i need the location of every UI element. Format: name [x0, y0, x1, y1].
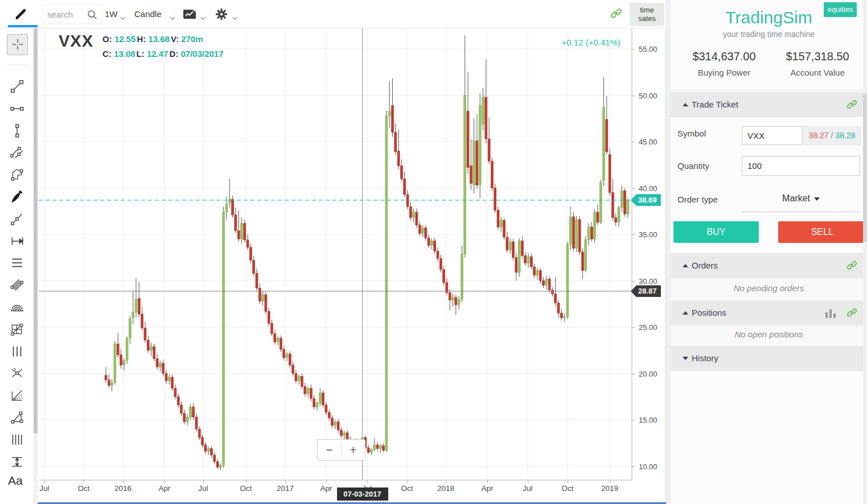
candle	[485, 59, 487, 143]
section-header-orders[interactable]: Orders	[671, 253, 867, 278]
candle	[422, 225, 424, 237]
candle	[132, 291, 134, 324]
x-axis-label: 2016	[106, 484, 140, 493]
order-type-dropdown[interactable]: Market	[742, 193, 860, 204]
trend-line-tool-icon[interactable]	[10, 79, 24, 94]
bar-chart-icon[interactable]	[825, 308, 836, 320]
candle	[325, 402, 327, 415]
toolbar-scrollbar[interactable]	[34, 28, 38, 504]
brush-tool-icon[interactable]	[10, 189, 24, 204]
low-label: L:	[137, 49, 145, 59]
chevron-down-icon[interactable]	[200, 13, 206, 23]
brand-title: TradingSim	[671, 8, 867, 27]
y-axis-label: 45.00	[639, 138, 658, 146]
x-axis-tick	[610, 480, 610, 483]
y-axis-tick	[632, 142, 635, 142]
ray-tool-icon[interactable]	[10, 212, 24, 226]
section-header-positions[interactable]: Positions	[671, 300, 867, 325]
search-icon[interactable]	[87, 9, 98, 23]
panel-scrollbar-thumb[interactable]	[863, 94, 867, 242]
text-tool[interactable]: Aa	[8, 474, 23, 488]
candle	[479, 93, 481, 198]
candle	[292, 361, 294, 376]
draw-pencil-icon[interactable]	[8, 5, 38, 27]
low-value: 12.47	[147, 49, 169, 59]
candle	[286, 352, 288, 361]
candle	[216, 458, 219, 469]
candle	[198, 426, 200, 440]
link-icon[interactable]	[611, 8, 622, 21]
candle	[174, 385, 176, 399]
time-sales-label-line1: time	[640, 6, 654, 14]
positions-empty-message: No open positions	[671, 325, 867, 339]
vertical-line-tool-icon[interactable]	[10, 123, 24, 138]
symbol-input[interactable]	[742, 126, 803, 145]
chevron-down-icon[interactable]	[232, 13, 238, 23]
candle	[165, 370, 167, 383]
link-icon[interactable]	[847, 100, 857, 111]
settings-gear-icon[interactable]	[215, 7, 228, 23]
fib-retracement-tool-icon[interactable]	[10, 255, 24, 270]
sell-button[interactable]: SELL	[778, 221, 866, 243]
candle	[144, 321, 146, 342]
y-axis-label: 40.00	[639, 184, 658, 193]
zoom-in-button[interactable]: +	[342, 440, 365, 460]
search-input[interactable]	[47, 5, 87, 23]
expand-triangle-icon	[683, 357, 688, 360]
quantity-input[interactable]	[742, 156, 860, 176]
gann-box-tool-icon[interactable]	[10, 322, 24, 337]
candle	[594, 209, 596, 243]
candle	[186, 414, 188, 425]
vertical-lines-tool-icon[interactable]	[10, 344, 24, 359]
toolbar-scrollbar-thumb[interactable]	[34, 28, 38, 433]
channel-tool-icon[interactable]	[10, 278, 24, 292]
horizontal-ray-tool-icon[interactable]	[10, 234, 24, 249]
parallel-lines-tool-icon[interactable]	[10, 145, 24, 160]
y-axis-tick	[632, 49, 635, 49]
section-title: Positions	[692, 308, 726, 317]
timeframe-selector[interactable]: 1W	[105, 9, 118, 19]
section-header-trade-ticket[interactable]: Trade Ticket	[671, 92, 867, 117]
time-sales-button[interactable]: time sales	[630, 3, 664, 26]
chevron-down-icon[interactable]	[170, 13, 175, 23]
bid-ask-quote: 38.27 / 38.28	[803, 126, 861, 145]
high-value: 13.68	[148, 34, 170, 44]
chart-style-selector[interactable]: Candle	[134, 9, 162, 19]
chevron-down-icon[interactable]	[120, 13, 126, 23]
x-axis-label: 2019	[593, 484, 627, 493]
candle	[430, 238, 433, 250]
polygon-tool-icon[interactable]	[10, 167, 24, 182]
horizontal-line-tool-icon[interactable]	[10, 101, 24, 116]
section-header-history[interactable]: History	[671, 346, 867, 371]
candle	[177, 393, 179, 408]
link-icon[interactable]	[847, 308, 857, 320]
candle	[117, 333, 119, 358]
x-axis-label: Oct	[67, 484, 101, 493]
candle	[180, 401, 183, 416]
link-icon[interactable]	[847, 261, 857, 272]
pitchfork-tool-icon[interactable]	[10, 366, 24, 381]
candle	[237, 210, 240, 242]
collapse-triangle-icon	[683, 103, 688, 106]
studies-chart-icon[interactable]	[182, 7, 197, 23]
candlestick-chart	[0, 0, 666, 504]
fib-fan-tool-icon[interactable]	[10, 388, 24, 403]
tick-lines-tool-icon[interactable]	[10, 432, 24, 447]
fib-arcs-tool-icon[interactable]	[10, 300, 24, 315]
triangle-tool-icon[interactable]	[10, 410, 24, 425]
crosshair-tool-button[interactable]	[7, 34, 28, 55]
candle	[108, 374, 110, 388]
price-range-tool-icon[interactable]	[10, 455, 24, 469]
x-axis-tick	[285, 480, 286, 483]
bid-price: 38.27	[809, 131, 829, 140]
buy-button[interactable]: BUY	[673, 221, 759, 243]
volume-value: 270m	[181, 34, 203, 44]
x-axis-label: Oct	[550, 484, 585, 493]
open-value: 12.55	[114, 34, 136, 44]
y-axis-tick	[632, 466, 635, 467]
buying-power-label: Buying Power	[675, 68, 773, 77]
zoom-out-button[interactable]: −	[318, 440, 341, 460]
panel-scrollbar[interactable]	[863, 0, 867, 504]
candle	[283, 346, 285, 361]
candle	[503, 218, 506, 240]
